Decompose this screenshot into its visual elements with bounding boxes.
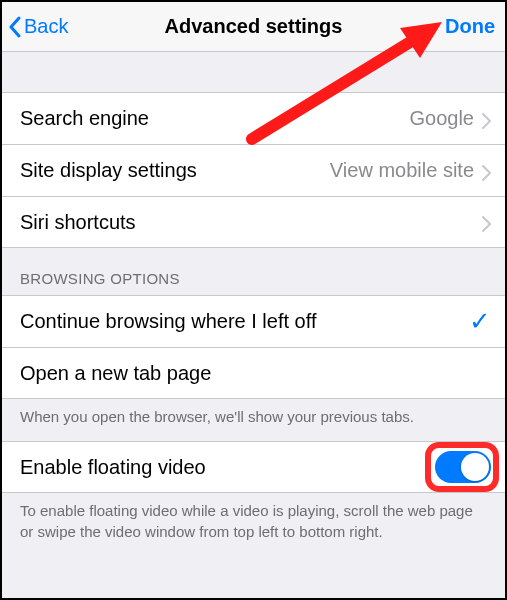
- checkmark-icon: ✓: [469, 306, 491, 337]
- section-footer-browsing: When you open the browser, we'll show yo…: [2, 399, 505, 441]
- row-label: Search engine: [20, 107, 410, 130]
- settings-group-general: Search engine Google Site display settin…: [2, 92, 505, 248]
- row-value: Google: [410, 107, 475, 130]
- settings-group-browsing: Continue browsing where I left off ✓ Ope…: [2, 295, 505, 399]
- done-button[interactable]: Done: [445, 15, 495, 38]
- row-open-new-tab[interactable]: Open a new tab page: [2, 347, 505, 399]
- row-enable-floating-video[interactable]: Enable floating video: [2, 441, 505, 493]
- row-value: View mobile site: [330, 159, 474, 182]
- navbar: Back Advanced settings Done: [2, 2, 505, 52]
- row-label: Open a new tab page: [20, 362, 491, 385]
- page-title: Advanced settings: [2, 15, 505, 38]
- spacer: [2, 52, 505, 92]
- row-label: Siri shortcuts: [20, 211, 482, 234]
- chevron-right-icon: [482, 111, 491, 127]
- toggle-knob: [461, 453, 489, 481]
- row-label: Site display settings: [20, 159, 330, 182]
- settings-group-floating: Enable floating video: [2, 441, 505, 493]
- floating-video-toggle[interactable]: [435, 451, 491, 483]
- section-header-browsing: BROWSING OPTIONS: [2, 248, 505, 295]
- chevron-left-icon: [8, 16, 22, 38]
- back-button[interactable]: Back: [8, 15, 68, 38]
- row-search-engine[interactable]: Search engine Google: [2, 92, 505, 144]
- row-siri-shortcuts[interactable]: Siri shortcuts: [2, 196, 505, 248]
- row-continue-browsing[interactable]: Continue browsing where I left off ✓: [2, 295, 505, 347]
- section-footer-floating: To enable floating video while a video i…: [2, 493, 505, 556]
- back-label: Back: [24, 15, 68, 38]
- chevron-right-icon: [482, 163, 491, 179]
- chevron-right-icon: [482, 214, 491, 230]
- row-label: Enable floating video: [20, 456, 435, 479]
- row-site-display[interactable]: Site display settings View mobile site: [2, 144, 505, 196]
- row-label: Continue browsing where I left off: [20, 310, 469, 333]
